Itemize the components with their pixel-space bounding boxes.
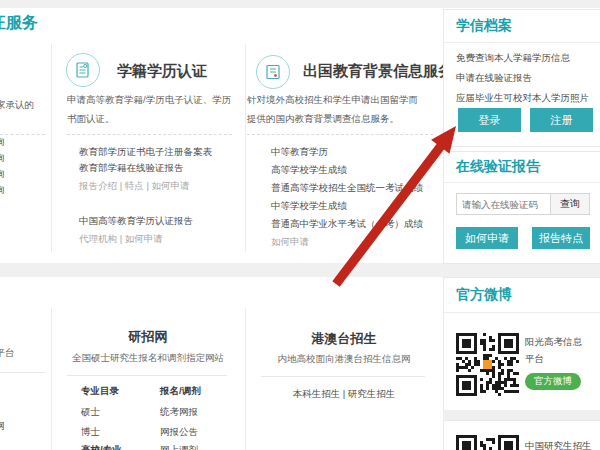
- card3-desc-line2: 提供的国内教育背景调查信息服务。: [247, 109, 399, 128]
- gangaotai-divider: [261, 376, 425, 377]
- certificate-icon: [264, 63, 282, 81]
- col1-link-fragment[interactable]: 询: [0, 136, 5, 149]
- panel-online-verification: 在线验证报告 查询 如何申请 报告特点: [443, 151, 600, 264]
- archive-benefit-line: 应届毕业生可校对本人学历照片: [456, 92, 589, 105]
- link-wangbao-gonggao[interactable]: 网报公告: [160, 426, 198, 439]
- panel-title-online-verification: 在线验证报告: [456, 158, 540, 176]
- link-shuoshi[interactable]: 硕士: [81, 406, 100, 419]
- link-dianzi-zhuce-beianbiao[interactable]: 教育部学历证书电子注册备案表: [79, 146, 212, 159]
- qr1-label-line2: 平台: [525, 353, 544, 366]
- panel1-divider: [444, 42, 600, 43]
- colB-left-header[interactable]: 专业目录: [81, 385, 119, 398]
- link-gaoxiao-zhuanye[interactable]: 高校/专业: [81, 444, 122, 450]
- panel3-divider: [444, 312, 600, 313]
- qr-code-yanzhao-wang: [456, 435, 519, 450]
- card-title-xueji-xueli-renzheng[interactable]: 学籍学历认证: [117, 62, 207, 81]
- card2-desc-line1: 申请高等教育学籍/学历电子认证、学历: [67, 90, 231, 109]
- card2-dashed-divider: [67, 134, 232, 135]
- colA-desc-fragment: 定平台: [0, 343, 15, 362]
- id-card-icon: [74, 61, 92, 79]
- section-title-certification-services: 证服务: [0, 13, 38, 34]
- archive-benefit-line: 申请在线验证报告: [456, 72, 532, 85]
- card3-how-to-apply-link[interactable]: 如何申请: [271, 236, 309, 249]
- link-huikao-chengji[interactable]: 普通高中学业水平考试（会考）成绩: [271, 218, 423, 231]
- card2-desc-line2: 书面认证。: [67, 109, 115, 128]
- panel2-divider: [444, 182, 600, 183]
- card3-desc-line1: 针对境外高校招生和学生申请出国留学而: [247, 90, 418, 109]
- qr-code-sunshine-gaokao: [456, 333, 519, 396]
- link-gaodeng-xuexiao-chengji[interactable]: 高等学校学生成绩: [271, 164, 347, 177]
- how-to-apply-button[interactable]: 如何申请: [456, 227, 518, 249]
- link-tongkao-wangbao[interactable]: 统考网报: [160, 406, 198, 419]
- register-button[interactable]: 注册: [530, 108, 593, 132]
- gangaotai-desc: 内地高校面向港澳台招生信息网: [245, 353, 443, 366]
- link-zhongdeng-jiaoyu-xueli[interactable]: 中等教育学历: [271, 146, 328, 159]
- query-button[interactable]: 查询: [550, 193, 590, 215]
- divider-top-col1-col2: [51, 44, 52, 252]
- card-title-gangaotai[interactable]: 港澳台招生: [245, 330, 443, 348]
- col1-dashed-divider: [0, 134, 45, 135]
- archive-benefit-line: 免费查询本人学籍学历信息: [456, 52, 570, 65]
- top-page-strip: [0, 0, 600, 8]
- link-wangshang-tiaoji[interactable]: 网上调剂: [160, 444, 198, 450]
- panel-official-weibo: 官方微博 阳光高考信息 平台 官方微博: [443, 277, 600, 412]
- qr2-label: 中国研究生招生: [525, 440, 592, 450]
- col1-link-fragment[interactable]: 询: [0, 168, 5, 181]
- sidebar-separator-band: [443, 410, 600, 420]
- panel-weibo-second: 中国研究生招生: [443, 420, 600, 450]
- panel-title-xuexin-dangan: 学信档案: [456, 17, 512, 35]
- gangaotai-links[interactable]: 本科生招生 | 研究生招生: [245, 388, 443, 401]
- yanzhaowang-desc: 全国硕士研究生报名和调剂指定网站: [51, 352, 245, 365]
- yanzhaowang-divider: [67, 375, 227, 376]
- colA-link-fragment[interactable]: 网: [0, 420, 5, 433]
- panel-title-official-weibo: 官方微博: [456, 286, 512, 304]
- colA-divider: [0, 372, 45, 373]
- card3-dashed-divider: [247, 134, 433, 135]
- chsi-homepage: { "top_section": { "heading_fragment": "…: [0, 0, 600, 450]
- link-xueji-zaixian-yanzheng-baogao[interactable]: 教育部学籍在线验证报告: [79, 162, 184, 175]
- col1-link-fragment[interactable]: 询: [0, 184, 5, 197]
- card2-gray-links-row2[interactable]: 代理机构 | 如何申请: [79, 233, 163, 246]
- card2-gray-links-row1[interactable]: 报告介绍 | 特点 | 如何申请: [79, 180, 190, 193]
- login-button[interactable]: 登录: [458, 108, 521, 132]
- divider-top-col2-col3: [245, 44, 246, 252]
- qr1-label-line1: 阳光高考信息: [525, 336, 582, 349]
- card-title-chuguo-jiaoyu-beijing[interactable]: 出国教育背景信息服务: [303, 62, 453, 81]
- report-features-button[interactable]: 报告特点: [532, 227, 590, 249]
- link-zhongdeng-xuexiao-chengji[interactable]: 中等学校学生成绩: [271, 200, 347, 213]
- link-boshi[interactable]: 博士: [81, 426, 100, 439]
- student-record-card-icon: [66, 53, 100, 87]
- link-gaokao-chengji[interactable]: 普通高等学校招生全国统一考试成绩: [271, 182, 423, 195]
- link-xueli-renzheng-baogao[interactable]: 中国高等教育学历认证报告: [79, 215, 193, 228]
- section-separator-band: [0, 263, 600, 277]
- card-title-yanzhaowang[interactable]: 研招网: [51, 328, 245, 346]
- certificate-icon-circle: [256, 55, 290, 89]
- col1-description-fragment: 家承认的: [0, 95, 34, 114]
- verification-code-input[interactable]: [456, 193, 551, 215]
- col1-link-fragment[interactable]: 询: [0, 152, 5, 165]
- panel-xuexin-archive: 学信档案 免费查询本人学籍学历信息 申请在线验证报告 应届毕业生可校对本人学历照…: [443, 9, 600, 147]
- colB-right-header[interactable]: 报名/调剂: [160, 385, 201, 398]
- weibo-link-pill[interactable]: 官方微博: [525, 373, 581, 390]
